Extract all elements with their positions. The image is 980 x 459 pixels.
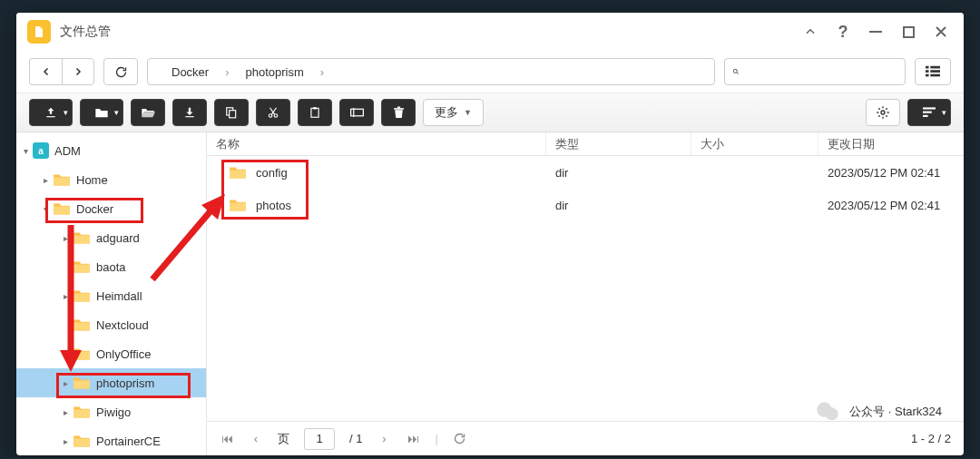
- tree-item[interactable]: Nextcloud: [16, 310, 206, 339]
- tree-item[interactable]: ▸PortainerCE: [16, 426, 206, 455]
- page-range: 1 - 2 / 2: [911, 432, 951, 445]
- breadcrumb[interactable]: Docker › photoprism ›: [147, 58, 715, 85]
- tree-label: Piwigo: [96, 405, 131, 419]
- page-input[interactable]: [304, 428, 335, 450]
- svg-point-21: [881, 111, 885, 114]
- page-last-button[interactable]: ⏭: [406, 432, 420, 445]
- expander-icon[interactable]: ▸: [60, 436, 71, 446]
- tree-label: photoprism: [96, 376, 154, 390]
- svg-rect-22: [923, 107, 936, 109]
- col-size[interactable]: 大小: [691, 132, 818, 155]
- svg-rect-19: [394, 108, 404, 110]
- expander-icon[interactable]: ▾: [20, 146, 31, 156]
- svg-rect-8: [930, 74, 940, 77]
- svg-rect-12: [230, 111, 236, 118]
- minimize-button[interactable]: [864, 20, 887, 44]
- col-type[interactable]: 类型: [546, 132, 691, 155]
- folder-icon: [229, 165, 247, 180]
- search-icon: [732, 65, 740, 78]
- sort-button[interactable]: [907, 99, 951, 126]
- tree-item[interactable]: baota: [16, 252, 206, 281]
- help-button[interactable]: ?: [831, 20, 855, 44]
- svg-rect-17: [350, 109, 363, 116]
- toolbar: 更多▼: [16, 93, 964, 132]
- search-input[interactable]: [745, 65, 897, 79]
- new-folder-button[interactable]: [80, 99, 123, 126]
- folder-icon: [73, 230, 91, 245]
- file-type: dir: [546, 166, 691, 180]
- more-button[interactable]: 更多▼: [423, 99, 484, 126]
- tree-item[interactable]: ▸Home: [16, 165, 206, 194]
- close-button[interactable]: [929, 20, 953, 44]
- svg-rect-5: [926, 74, 929, 77]
- refresh-button[interactable]: [103, 58, 138, 85]
- maximize-button[interactable]: [897, 20, 920, 44]
- page-refresh-button[interactable]: [453, 432, 467, 445]
- svg-rect-6: [930, 66, 940, 69]
- open-button[interactable]: [131, 99, 165, 126]
- svg-rect-23: [923, 112, 932, 113]
- page-first-button[interactable]: ⏮: [220, 432, 234, 445]
- folder-icon: [73, 434, 91, 448]
- cut-button[interactable]: [256, 99, 290, 126]
- folder-icon: [229, 198, 247, 212]
- expander-icon[interactable]: ▸: [60, 291, 71, 301]
- page-next-button[interactable]: ›: [377, 432, 391, 445]
- view-toggle-button[interactable]: [915, 58, 951, 85]
- expander-icon[interactable]: ▸: [60, 378, 71, 388]
- tree-label: Home: [76, 173, 108, 187]
- column-headers: 名称 类型 大小 更改日期: [207, 132, 964, 156]
- rename-button[interactable]: [339, 99, 374, 126]
- file-type: dir: [546, 199, 691, 212]
- page-label: 页: [278, 431, 289, 447]
- nav-row: Docker › photoprism ›: [16, 51, 964, 93]
- file-list: configdir2023/05/12 PM 02:41photosdir202…: [207, 156, 964, 421]
- tree-item[interactable]: ▸adguard: [16, 223, 206, 252]
- file-row[interactable]: photosdir2023/05/12 PM 02:41: [207, 189, 964, 221]
- titlebar: 文件总管 ?: [16, 13, 964, 51]
- col-date[interactable]: 更改日期: [818, 132, 964, 155]
- adm-icon: a: [33, 142, 49, 159]
- tree-label: adguard: [96, 231, 140, 245]
- folder-icon: [73, 317, 91, 332]
- search-field[interactable]: [724, 58, 906, 85]
- tree-root[interactable]: ▾ a ADM: [16, 136, 206, 165]
- expander-icon[interactable]: ▸: [60, 349, 71, 359]
- paste-button[interactable]: [298, 99, 332, 126]
- file-row[interactable]: configdir2023/05/12 PM 02:41: [207, 156, 964, 189]
- folder-icon: [53, 172, 71, 187]
- file-name: photos: [256, 199, 291, 212]
- folder-icon: [73, 288, 91, 303]
- forward-button[interactable]: [62, 58, 94, 85]
- tree-item[interactable]: ▸photoprism: [16, 368, 206, 397]
- settings-button[interactable]: [866, 99, 900, 126]
- breadcrumb-item[interactable]: photoprism: [230, 65, 320, 79]
- download-button[interactable]: [172, 99, 207, 126]
- svg-rect-18: [353, 108, 354, 117]
- expander-icon[interactable]: ▾: [40, 204, 51, 214]
- svg-rect-7: [930, 70, 940, 73]
- tree-item[interactable]: ▸OnlyOffice: [16, 339, 206, 368]
- svg-rect-24: [923, 115, 928, 117]
- back-button[interactable]: [29, 58, 62, 85]
- svg-rect-0: [869, 31, 882, 33]
- expander-icon[interactable]: ▸: [40, 175, 51, 185]
- expander-icon[interactable]: ▸: [60, 407, 71, 417]
- svg-rect-4: [926, 70, 929, 73]
- file-date: 2023/05/12 PM 02:41: [818, 166, 964, 180]
- expander-icon[interactable]: ▸: [60, 233, 71, 243]
- page-total: / 1: [349, 432, 362, 445]
- tree-item[interactable]: ▸Heimdall: [16, 281, 206, 310]
- upload-button[interactable]: [29, 99, 73, 126]
- col-name[interactable]: 名称: [207, 132, 546, 155]
- tree-label: baota: [96, 260, 126, 274]
- copy-button[interactable]: [214, 99, 249, 126]
- svg-rect-10: [185, 116, 193, 117]
- folder-icon: [73, 376, 91, 390]
- collapse-button[interactable]: [799, 20, 822, 44]
- tree-item[interactable]: ▾Docker: [16, 194, 206, 223]
- tree-item[interactable]: ▸Piwigo: [16, 397, 206, 426]
- breadcrumb-item[interactable]: Docker: [155, 65, 225, 79]
- delete-button[interactable]: [381, 99, 416, 126]
- page-prev-button[interactable]: ‹: [249, 432, 263, 445]
